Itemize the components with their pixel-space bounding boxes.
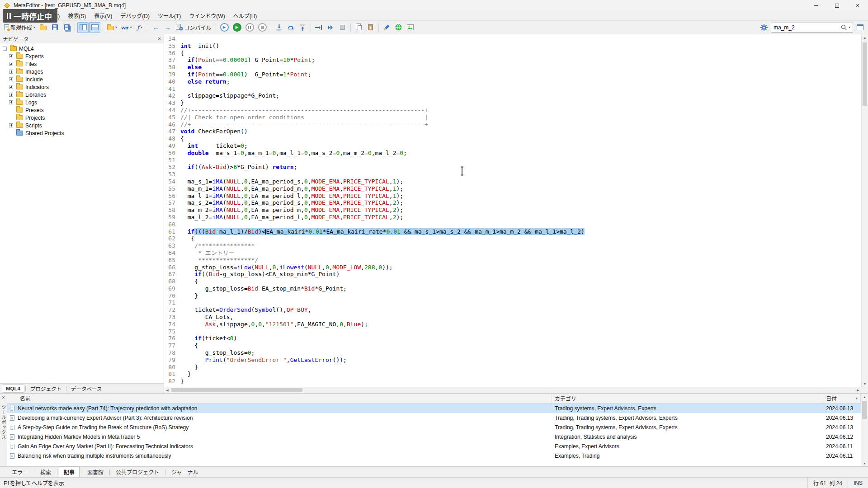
expand-icon[interactable] [9, 85, 13, 89]
tree-item-shared-projects[interactable]: Shared Projects [0, 129, 164, 137]
toolbox-tab-2[interactable]: 記事 [59, 466, 80, 478]
insert-variable-button[interactable]: var▾ [119, 22, 134, 33]
profiling-button[interactable]: ▶ [218, 22, 231, 33]
navigator-tab-1[interactable]: プロジェクト [27, 384, 65, 393]
article-row[interactable]: Neural networks made easy (Part 74): Tra… [7, 404, 861, 413]
editor-horizontal-scrollbar[interactable]: ◀ ▶ [164, 387, 868, 393]
expand-icon[interactable] [9, 77, 13, 81]
tree-item-scripts[interactable]: Scripts [0, 122, 164, 129]
article-row[interactable]: Balancing risk when trading multiple ins… [7, 451, 861, 460]
tree-item-images[interactable]: Images [0, 68, 164, 75]
scroll-up-icon[interactable]: ▲ [861, 394, 868, 400]
debug-pause-button[interactable] [244, 22, 256, 33]
tree-item-projects[interactable]: Projects [0, 114, 164, 122]
toolbox-tab-1[interactable]: 検索 [36, 467, 56, 477]
expand-icon[interactable] [9, 70, 13, 74]
search-input[interactable] [774, 24, 839, 31]
tree-item-libraries[interactable]: Libraries [0, 91, 164, 99]
stop-square-icon [261, 26, 264, 29]
menu-item-t[interactable]: ツール(T) [154, 11, 185, 20]
copy-button[interactable] [353, 22, 364, 33]
navigator-tab-2[interactable]: データベース [67, 384, 105, 393]
menu-item-d[interactable]: デバッグ(D) [116, 11, 154, 20]
menu-item-v[interactable]: 表示(V) [90, 11, 116, 20]
save-button[interactable] [49, 22, 61, 33]
community-button[interactable] [393, 22, 404, 33]
tree-item-experts[interactable]: Experts [0, 52, 164, 60]
scroll-down-icon[interactable]: ▼ [861, 460, 868, 466]
column-header-2[interactable]: 日付▾ [823, 394, 861, 403]
toolbox-vertical-scrollbar[interactable]: ▲ ▼ [861, 394, 868, 466]
data-folder-button[interactable]: ▾ [105, 22, 119, 33]
minimize-button[interactable] [806, 0, 826, 11]
settings-button[interactable] [758, 22, 769, 33]
expand-icon[interactable] [9, 93, 13, 97]
toolbox-tab-0[interactable]: エラー [7, 467, 33, 477]
toolbox-tab-4[interactable]: 公共プロジェクト [111, 467, 164, 477]
article-row[interactable]: Gain An Edge Over Any Market (Part II): … [7, 441, 861, 451]
screenshot-button[interactable] [405, 22, 416, 33]
expand-icon[interactable] [9, 123, 13, 127]
toolbox-close-icon[interactable]: × [2, 395, 5, 400]
scroll-down-icon[interactable]: ▼ [862, 380, 868, 387]
expand-icon[interactable] [9, 54, 13, 58]
run-to-cursor-button[interactable] [313, 22, 325, 33]
search-icon[interactable] [841, 24, 847, 30]
new-file-button[interactable]: 新規作成 ▾ [2, 22, 37, 33]
back-button[interactable]: ← [151, 22, 162, 33]
restore-button[interactable] [826, 0, 847, 11]
debug-stop-button[interactable] [256, 22, 269, 33]
scroll-right-icon[interactable]: ▶ [855, 387, 861, 393]
expand-icon[interactable] [9, 100, 13, 104]
article-row[interactable]: A Step-by-Step Guide on Trading the Brea… [7, 422, 861, 432]
step-into-button[interactable] [274, 22, 285, 33]
forward-button[interactable]: → [162, 22, 174, 33]
save-all-button[interactable] [61, 22, 72, 33]
article-row[interactable]: Developing a multi-currency Expert Advis… [7, 413, 861, 422]
expand-icon[interactable] [9, 62, 13, 66]
code-view[interactable]: 3435int init()36{37 if(Point==0.00001) G… [164, 34, 861, 387]
code-editor[interactable]: 3435int init()36{37 if(Point==0.00001) G… [164, 34, 868, 387]
tree-item-indicators[interactable]: Indicators [0, 83, 164, 91]
tree-root[interactable]: MQL4 [0, 45, 164, 52]
continue-button[interactable] [325, 22, 336, 33]
menu-item-w[interactable]: ウインドウ(W) [185, 11, 229, 20]
compile-button[interactable]: コンパイル [174, 22, 213, 33]
step-out-button[interactable] [297, 22, 308, 33]
open-file-button[interactable] [38, 22, 49, 33]
menu-item-s[interactable]: 検索(S) [64, 11, 90, 20]
tree-item-files[interactable]: Files [0, 60, 164, 68]
step-over-button[interactable] [285, 22, 297, 33]
filter-dropdown-icon[interactable]: ▾ [856, 396, 858, 400]
navigator-close-icon[interactable]: × [158, 36, 161, 42]
close-button[interactable]: × [847, 0, 868, 11]
tree-item-presets[interactable]: Presets [0, 106, 164, 114]
scrollbar-thumb[interactable] [863, 42, 867, 106]
window-controls: × [806, 0, 868, 11]
column-header-0[interactable]: 名前 [7, 394, 552, 403]
article-row[interactable]: Integrating Hidden Markov Models in Meta… [7, 432, 861, 441]
code-line: 68 { [164, 278, 861, 285]
tree-item-logs[interactable]: Logs [0, 99, 164, 106]
insert-function-button[interactable]: ƒ▾ [134, 22, 146, 33]
paste-button[interactable] [365, 22, 376, 33]
styler-button[interactable] [381, 22, 392, 33]
debug-start-button[interactable]: ▶ [231, 22, 243, 33]
breakpoints-button[interactable] [337, 22, 348, 33]
scrollbar-thumb[interactable] [862, 401, 867, 419]
toggle-toolbox-button[interactable] [89, 22, 100, 33]
column-header-1[interactable]: カテゴリ [552, 394, 823, 403]
scroll-up-icon[interactable]: ▲ [862, 34, 868, 41]
navigator-tab-mql4[interactable]: MQL4 [2, 385, 24, 393]
menu-item-h[interactable]: ヘルプ(H) [229, 11, 261, 20]
scrollbar-thumb[interactable] [171, 388, 302, 392]
collapse-icon[interactable] [3, 47, 7, 51]
storage-button[interactable] [854, 22, 866, 33]
scroll-left-icon[interactable]: ◀ [164, 387, 170, 393]
toolbox-tab-5[interactable]: ジャーナル [167, 467, 203, 477]
toggle-navigator-button[interactable] [77, 22, 89, 33]
toolbox-tab-3[interactable]: 図書館 [83, 467, 108, 477]
chevron-down-icon[interactable]: ▾ [849, 25, 850, 29]
tree-item-include[interactable]: Include [0, 75, 164, 83]
editor-vertical-scrollbar[interactable]: ▲ ▼ [861, 34, 868, 387]
